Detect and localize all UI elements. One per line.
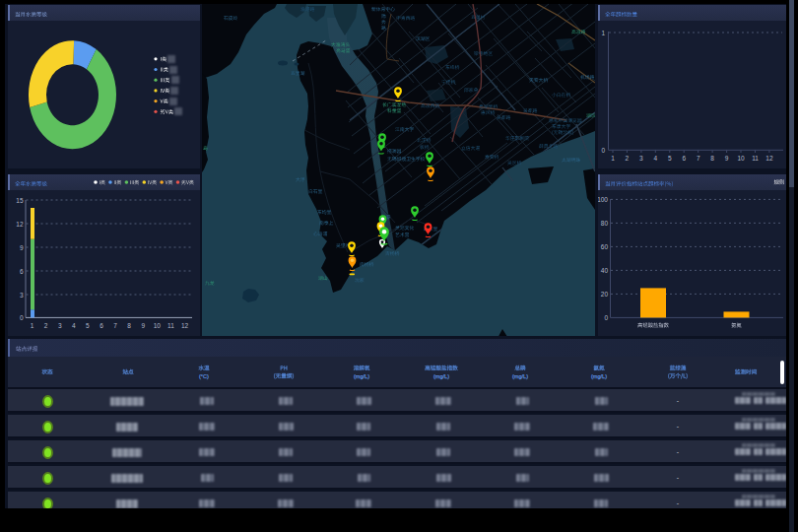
svg-text:12: 12 [181, 322, 189, 329]
svg-text:2: 2 [44, 322, 48, 329]
svg-text:6: 6 [100, 322, 103, 329]
svg-text:0: 0 [601, 147, 605, 154]
svg-text:10: 10 [154, 322, 162, 329]
svg-text:40: 40 [601, 267, 609, 274]
svg-text:12: 12 [16, 221, 24, 228]
svg-text:3: 3 [58, 322, 62, 329]
svg-text:7: 7 [697, 155, 700, 162]
svg-text:(mg/L): (mg/L) [591, 373, 607, 379]
svg-text:8: 8 [127, 322, 131, 329]
svg-text:9: 9 [725, 155, 729, 162]
svg-text:3: 3 [639, 155, 643, 162]
svg-text:80: 80 [601, 220, 609, 227]
svg-text:(mg/L): (mg/L) [512, 373, 528, 379]
svg-text:1: 1 [611, 155, 615, 162]
svg-text:2: 2 [626, 155, 630, 162]
svg-text:7: 7 [113, 322, 117, 329]
svg-text:10: 10 [737, 155, 745, 162]
svg-text:12: 12 [765, 155, 773, 162]
svg-text:(mg/L): (mg/L) [354, 373, 369, 379]
svg-text:8: 8 [710, 155, 714, 162]
svg-text:1: 1 [31, 322, 34, 329]
svg-text:6: 6 [682, 155, 686, 162]
svg-text:15: 15 [16, 197, 24, 204]
svg-text:(°C): (°C) [199, 373, 209, 379]
svg-text:0: 0 [20, 314, 24, 321]
svg-text:60: 60 [601, 243, 609, 250]
svg-text:0: 0 [604, 314, 608, 321]
svg-text:4: 4 [72, 322, 76, 329]
svg-text:100: 100 [598, 196, 608, 203]
svg-text:11: 11 [167, 322, 174, 329]
svg-text:9: 9 [20, 244, 24, 251]
svg-text:9: 9 [141, 322, 145, 329]
svg-text:(mg/L): (mg/L) [433, 373, 449, 379]
svg-text:11: 11 [752, 155, 759, 162]
svg-text:5: 5 [668, 155, 672, 162]
svg-text:3: 3 [20, 292, 24, 299]
svg-text:1: 1 [601, 30, 605, 36]
svg-text:5: 5 [86, 322, 90, 329]
svg-text:4: 4 [653, 155, 657, 162]
svg-text:20: 20 [601, 291, 609, 298]
svg-text:6: 6 [20, 268, 24, 275]
